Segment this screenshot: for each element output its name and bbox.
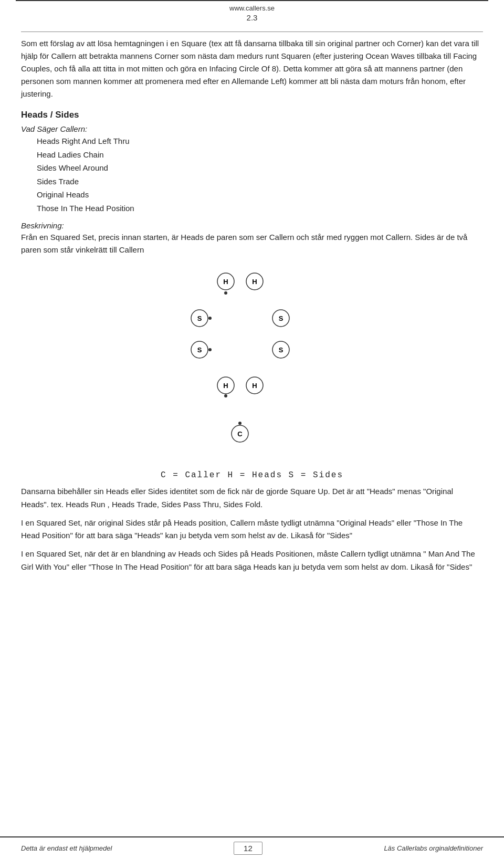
intro-paragraph: Som ett förslag av att lösa hemtagningen… bbox=[21, 37, 483, 100]
page-number-top: 2.3 bbox=[0, 13, 504, 26]
list-item: Heads Right And Left Thru bbox=[37, 134, 483, 148]
svg-point-22 bbox=[238, 422, 242, 425]
footer-left: Detta är endast ett hjälpmedel bbox=[21, 844, 112, 852]
section-divider-top bbox=[21, 32, 483, 32]
svg-point-19 bbox=[224, 394, 227, 397]
svg-text:S: S bbox=[197, 346, 202, 354]
svg-point-14 bbox=[208, 348, 212, 351]
body-text-2: I en Squared Set, när original Sides stå… bbox=[21, 517, 483, 543]
svg-text:C: C bbox=[237, 430, 243, 438]
diagram-legend: C = Caller H = Heads S = Sides bbox=[161, 470, 343, 480]
svg-text:H: H bbox=[252, 278, 257, 286]
section-title: Heads / Sides bbox=[21, 110, 483, 120]
diagram-area: H H S S S S H bbox=[21, 266, 483, 480]
page: www.callers.se 2.3 Som ett förslag av at… bbox=[0, 0, 504, 859]
caller-says-label: Vad Säger Callern: bbox=[21, 124, 483, 133]
svg-text:S: S bbox=[279, 346, 284, 354]
list-item: Sides Trade bbox=[37, 175, 483, 188]
list-item: Sides Wheel Around bbox=[37, 161, 483, 175]
body-text-1: Dansarna bibehåller sin Heads eller Side… bbox=[21, 485, 483, 511]
svg-text:S: S bbox=[197, 315, 202, 322]
svg-text:H: H bbox=[223, 278, 228, 286]
svg-text:H: H bbox=[252, 382, 257, 390]
footer-right: Läs Callerlabs orginaldefinitioner bbox=[384, 844, 483, 852]
svg-text:S: S bbox=[279, 315, 284, 322]
bottom-bar: Detta är endast ett hjälpmedel 12 Läs Ca… bbox=[0, 836, 504, 859]
list-item: Those In The Head Position bbox=[37, 202, 483, 215]
footer-page: 12 bbox=[234, 842, 262, 855]
beskrivning-label: Beskrivning: bbox=[21, 221, 483, 230]
call-list: Heads Right And Left ThruHead Ladies Cha… bbox=[21, 134, 483, 215]
svg-text:H: H bbox=[223, 382, 228, 390]
website-url: www.callers.se bbox=[0, 1, 504, 13]
list-item: Original Heads bbox=[37, 188, 483, 202]
beskrivning-text: Från en Squared Set, precis innan starte… bbox=[21, 231, 483, 256]
svg-point-4 bbox=[224, 291, 227, 295]
svg-point-9 bbox=[208, 317, 212, 320]
content-area: Som ett förslag av att lösa hemtagningen… bbox=[0, 32, 504, 574]
list-item: Head Ladies Chain bbox=[37, 148, 483, 162]
positions-diagram: H H S S S S H bbox=[184, 266, 320, 465]
body-text-3: I en Squared Set, när det är en blandnin… bbox=[21, 548, 483, 574]
